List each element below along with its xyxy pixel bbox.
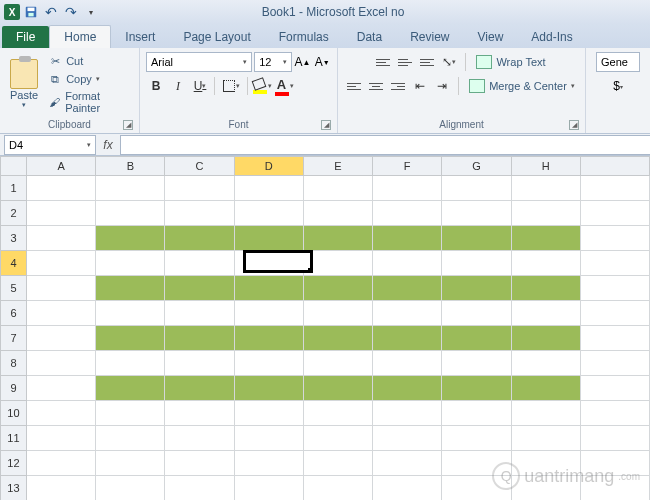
redo-button[interactable]: ↷: [62, 3, 80, 21]
cell-C13[interactable]: [165, 476, 234, 500]
italic-button[interactable]: I: [168, 76, 188, 96]
cell-D4[interactable]: [235, 251, 304, 276]
cell-E13[interactable]: [304, 476, 373, 500]
cell-B6[interactable]: [96, 301, 165, 326]
cell-G9[interactable]: [442, 376, 511, 401]
cut-button[interactable]: ✂Cut: [46, 53, 135, 69]
cell-D11[interactable]: [235, 426, 304, 451]
cell-A12[interactable]: [27, 451, 96, 476]
cell-E7[interactable]: [304, 326, 373, 351]
cell-G4[interactable]: [442, 251, 511, 276]
cell-B9[interactable]: [96, 376, 165, 401]
row-header-6[interactable]: 6: [0, 301, 27, 326]
bold-button[interactable]: B: [146, 76, 166, 96]
cell-G3[interactable]: [442, 226, 511, 251]
cell-E8[interactable]: [304, 351, 373, 376]
tab-home[interactable]: Home: [49, 25, 111, 48]
cell-B4[interactable]: [96, 251, 165, 276]
cell-E6[interactable]: [304, 301, 373, 326]
cell-D9[interactable]: [235, 376, 304, 401]
cell-D1[interactable]: [235, 176, 304, 201]
accounting-format-button[interactable]: $▾: [607, 76, 629, 96]
cell-E5[interactable]: [304, 276, 373, 301]
copy-button[interactable]: ⧉Copy▾: [46, 71, 135, 87]
cell-6[interactable]: [581, 301, 650, 326]
align-right-button[interactable]: [388, 77, 408, 95]
cell-G2[interactable]: [442, 201, 511, 226]
cell-A8[interactable]: [27, 351, 96, 376]
align-center-button[interactable]: [366, 77, 386, 95]
cell-E12[interactable]: [304, 451, 373, 476]
cell-D7[interactable]: [235, 326, 304, 351]
fx-icon[interactable]: fx: [96, 138, 120, 152]
cell-D3[interactable]: [235, 226, 304, 251]
cell-F13[interactable]: [373, 476, 442, 500]
cell-E4[interactable]: [304, 251, 373, 276]
cell-F4[interactable]: [373, 251, 442, 276]
column-header-E[interactable]: E: [304, 156, 373, 176]
cell-D2[interactable]: [235, 201, 304, 226]
cell-9[interactable]: [581, 376, 650, 401]
column-header-F[interactable]: F: [373, 156, 442, 176]
cell-C4[interactable]: [165, 251, 234, 276]
clipboard-launcher[interactable]: ◢: [123, 120, 133, 130]
row-header-4[interactable]: 4: [0, 251, 27, 276]
row-header-12[interactable]: 12: [0, 451, 27, 476]
cell-D10[interactable]: [235, 401, 304, 426]
align-top-button[interactable]: [373, 53, 393, 71]
cell-F12[interactable]: [373, 451, 442, 476]
cell-B13[interactable]: [96, 476, 165, 500]
cell-H6[interactable]: [512, 301, 581, 326]
cell-C3[interactable]: [165, 226, 234, 251]
row-header-3[interactable]: 3: [0, 226, 27, 251]
column-header-C[interactable]: C: [165, 156, 234, 176]
row-header-10[interactable]: 10: [0, 401, 27, 426]
cell-H3[interactable]: [512, 226, 581, 251]
cell-F9[interactable]: [373, 376, 442, 401]
tab-data[interactable]: Data: [343, 26, 396, 48]
cell-G7[interactable]: [442, 326, 511, 351]
cell-A3[interactable]: [27, 226, 96, 251]
merge-center-button[interactable]: Merge & Center▾: [465, 78, 579, 94]
cell-B11[interactable]: [96, 426, 165, 451]
cell-5[interactable]: [581, 276, 650, 301]
cell-A13[interactable]: [27, 476, 96, 500]
cell-G1[interactable]: [442, 176, 511, 201]
cell-A11[interactable]: [27, 426, 96, 451]
column-header-[interactable]: [581, 156, 650, 176]
cell-H11[interactable]: [512, 426, 581, 451]
cell-A4[interactable]: [27, 251, 96, 276]
spreadsheet-grid[interactable]: ABCDEFGH12345678910111213: [0, 156, 650, 500]
cell-H5[interactable]: [512, 276, 581, 301]
cell-B12[interactable]: [96, 451, 165, 476]
align-middle-button[interactable]: [395, 53, 415, 71]
cell-8[interactable]: [581, 351, 650, 376]
cell-A10[interactable]: [27, 401, 96, 426]
cell-3[interactable]: [581, 226, 650, 251]
align-bottom-button[interactable]: [417, 53, 437, 71]
row-header-8[interactable]: 8: [0, 351, 27, 376]
increase-font-size-button[interactable]: A▲: [294, 53, 312, 71]
cell-H4[interactable]: [512, 251, 581, 276]
cell-2[interactable]: [581, 201, 650, 226]
underline-button[interactable]: U▾: [190, 76, 210, 96]
excel-icon[interactable]: X: [4, 4, 20, 20]
cell-F10[interactable]: [373, 401, 442, 426]
cell-A6[interactable]: [27, 301, 96, 326]
formula-bar[interactable]: [120, 135, 650, 155]
tab-view[interactable]: View: [464, 26, 518, 48]
tab-add-ins[interactable]: Add-Ins: [517, 26, 586, 48]
cell-F8[interactable]: [373, 351, 442, 376]
row-header-1[interactable]: 1: [0, 176, 27, 201]
font-size-select[interactable]: 12▾: [254, 52, 291, 72]
cell-G5[interactable]: [442, 276, 511, 301]
cell-G10[interactable]: [442, 401, 511, 426]
orientation-button[interactable]: ⤡▾: [439, 52, 459, 72]
cell-F6[interactable]: [373, 301, 442, 326]
cell-7[interactable]: [581, 326, 650, 351]
tab-review[interactable]: Review: [396, 26, 463, 48]
cell-D13[interactable]: [235, 476, 304, 500]
name-box[interactable]: D4▾: [4, 135, 96, 155]
format-painter-button[interactable]: 🖌Format Painter: [46, 89, 135, 115]
border-button[interactable]: ▾: [219, 76, 243, 96]
